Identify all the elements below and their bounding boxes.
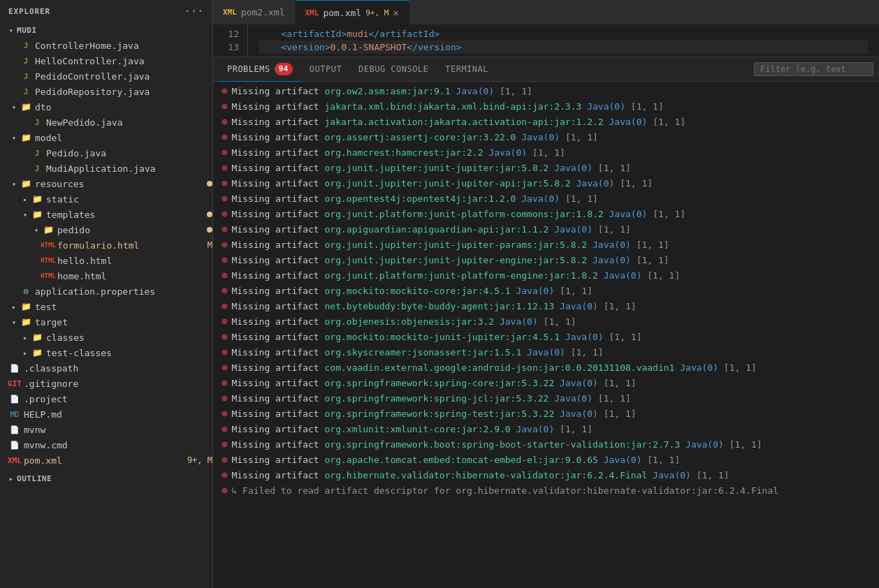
problem-item[interactable]: ⊗ Missing artifact org.junit.jupiter:jun… [213, 237, 879, 252]
tab-close-button[interactable]: ✕ [393, 7, 398, 18]
folder-label: dto [35, 102, 212, 112]
file-classpath[interactable]: 📄 .classpath [0, 360, 212, 376]
problem-item[interactable]: ⊗ Missing artifact org.junit.platform:ju… [213, 267, 879, 283]
file-pom-xml[interactable]: XML pom.xml 9+, M [0, 453, 212, 468]
problem-item[interactable]: ⊗ Missing artifact net.bytebuddy:byte-bu… [213, 298, 879, 314]
problem-item-nested[interactable]: ⊗ ↳ Failed to read artifact descriptor f… [213, 483, 879, 498]
folder-pedido[interactable]: 📁 pedido [0, 222, 212, 237]
error-icon: ⊗ [221, 485, 227, 496]
file-hello[interactable]: HTML hello.html [0, 253, 212, 268]
problem-item[interactable]: ⊗ Missing artifact org.springframework:s… [213, 375, 879, 390]
html-icon: HTML [42, 242, 55, 249]
problem-text: Missing artifact org.apache.tomcat.embed… [231, 455, 871, 465]
problem-item[interactable]: ⊗ Missing artifact org.xmlunit:xmlunit-c… [213, 421, 879, 436]
file-label: ControllerHome.java [35, 41, 212, 51]
error-icon: ⊗ [221, 193, 227, 204]
problem-item[interactable]: ⊗ Missing artifact jakarta.activation:ja… [213, 114, 879, 129]
problem-item[interactable]: ⊗ Missing artifact org.junit.jupiter:jun… [213, 175, 879, 191]
problem-item[interactable]: ⊗ Missing artifact org.junit.jupiter:jun… [213, 160, 879, 175]
problem-item[interactable]: ⊗ Missing artifact com.vaadin.external.g… [213, 360, 879, 375]
file-HelloController[interactable]: J HelloController.java [0, 53, 212, 68]
problem-item[interactable]: ⊗ Missing artifact org.springframework:s… [213, 406, 879, 421]
file-gitignore[interactable]: GIT .gitignore [0, 376, 212, 391]
output-tab[interactable]: OUTPUT [301, 57, 350, 82]
file-formulario[interactable]: HTML formulario.html M [0, 237, 212, 253]
folder-resources[interactable]: 📁 resources [0, 176, 212, 191]
pedido-arrow [31, 226, 42, 234]
problem-item[interactable]: ⊗ Missing artifact org.hibernate.validat… [213, 467, 879, 483]
pom-file-icon: XML [305, 8, 319, 17]
file-NewPedido[interactable]: J NewPedido.java [0, 115, 212, 130]
file-mvnw-cmd[interactable]: 📄 mvnw.cmd [0, 437, 212, 453]
file-MudiApplication[interactable]: J MudiApplication.java [0, 161, 212, 176]
file-mvnw[interactable]: 📄 mvnw [0, 422, 212, 437]
file-ControllerHome[interactable]: J ControllerHome.java [0, 38, 212, 53]
folder-test-classes[interactable]: 📁 test-classes [0, 345, 212, 360]
problem-text: Missing artifact org.junit.jupiter:junit… [231, 255, 871, 265]
java-icon: J [20, 87, 32, 96]
file-tree: MUDI J ControllerHome.java J HelloContro… [0, 22, 212, 588]
outline-section[interactable]: OUTLINE [0, 471, 212, 486]
folder-icon: 📁 [31, 210, 43, 219]
file-application-properties[interactable]: ⚙ application.properties [0, 284, 212, 299]
bottom-panel: PROBLEMS 94 OUTPUT DEBUG CONSOLE TERMINA… [213, 57, 879, 588]
code-line-13: <version>0.0.1-SNAPSHOT</version> [259, 41, 868, 54]
folder-test[interactable]: 📁 test [0, 299, 212, 314]
file-PedidoController[interactable]: J PedidoController.java [0, 68, 212, 84]
folder-label: static [46, 194, 212, 205]
terminal-tab[interactable]: TERMINAL [437, 57, 497, 82]
problem-item[interactable]: ⊗ Missing artifact jakarta.xml.bind:jaka… [213, 98, 879, 114]
sidebar-header: EXPLORER ··· [0, 0, 212, 22]
templates-badge [207, 212, 212, 217]
java-icon: J [20, 72, 32, 81]
folder-classes[interactable]: 📁 classes [0, 330, 212, 345]
error-icon: ⊗ [221, 254, 227, 265]
debug-console-tab[interactable]: DEBUG CONSOLE [350, 57, 437, 82]
problem-text: Missing artifact org.springframework.boo… [231, 439, 871, 450]
file-Pedido[interactable]: J Pedido.java [0, 145, 212, 161]
tab-pom[interactable]: XML pom.xml 9+, M ✕ [296, 0, 409, 24]
problem-item[interactable]: ⊗ Missing artifact org.apiguardian:apigu… [213, 221, 879, 237]
folder-model[interactable]: 📁 model [0, 130, 212, 145]
problem-item[interactable]: ⊗ Missing artifact org.skyscreamer:jsona… [213, 344, 879, 360]
classpath-icon: 📄 [8, 364, 21, 373]
line-num-13: 13 [213, 41, 247, 54]
problem-item[interactable]: ⊗ Missing artifact org.apache.tomcat.emb… [213, 452, 879, 467]
tab-pom2[interactable]: XML pom2.xml [213, 0, 296, 24]
pedido-badge [207, 227, 212, 233]
error-icon: ⊗ [221, 223, 227, 235]
problem-item[interactable]: ⊗ Missing artifact org.ow2.asm:asm:jar:9… [213, 83, 879, 98]
folder-static[interactable]: 📁 static [0, 191, 212, 207]
problem-item[interactable]: ⊗ Missing artifact org.opentest4j:opente… [213, 191, 879, 206]
more-actions-icon[interactable]: ··· [184, 6, 204, 17]
mudi-section[interactable]: MUDI [0, 22, 212, 38]
problem-item[interactable]: ⊗ Missing artifact org.junit.jupiter:jun… [213, 252, 879, 267]
file-label: PedidoRepository.java [35, 87, 212, 97]
problem-text: Missing artifact org.junit.platform:juni… [231, 270, 871, 281]
problem-item[interactable]: ⊗ Missing artifact org.mockito:mockito-c… [213, 283, 879, 298]
test-classes-arrow [20, 349, 31, 357]
file-project[interactable]: 📄 .project [0, 391, 212, 406]
file-help-md[interactable]: MD HELP.md [0, 406, 212, 422]
problem-text: Missing artifact org.ow2.asm:asm:jar:9.1… [231, 86, 871, 96]
problems-tab[interactable]: PROBLEMS 94 [219, 57, 301, 82]
resources-badge [207, 181, 212, 186]
folder-dto[interactable]: 📁 dto [0, 99, 212, 115]
folder-templates[interactable]: 📁 templates [0, 207, 212, 222]
problem-item[interactable]: ⊗ Missing artifact org.assertj:assertj-c… [213, 129, 879, 145]
editor-content[interactable]: <artifactId>mudi</artifactId> <version>0… [248, 24, 879, 57]
problem-item[interactable]: ⊗ Missing artifact org.objenesis:objenes… [213, 314, 879, 329]
problem-item[interactable]: ⊗ Missing artifact org.junit.platform:ju… [213, 206, 879, 221]
file-home[interactable]: HTML home.html [0, 268, 212, 284]
file-label: .gitignore [24, 378, 212, 389]
problem-item[interactable]: ⊗ Missing artifact org.springframework:s… [213, 390, 879, 406]
problem-item[interactable]: ⊗ Missing artifact org.mockito:mockito-j… [213, 329, 879, 344]
error-icon: ⊗ [221, 116, 227, 127]
mvncmd-icon: 📄 [8, 441, 21, 450]
filter-input[interactable] [754, 62, 873, 76]
problem-item[interactable]: ⊗ Missing artifact org.hamcrest:hamcrest… [213, 145, 879, 160]
error-icon: ⊗ [221, 208, 227, 219]
folder-target[interactable]: 📁 target [0, 314, 212, 330]
file-PedidoRepository[interactable]: J PedidoRepository.java [0, 84, 212, 99]
problem-item[interactable]: ⊗ Missing artifact org.springframework.b… [213, 436, 879, 452]
